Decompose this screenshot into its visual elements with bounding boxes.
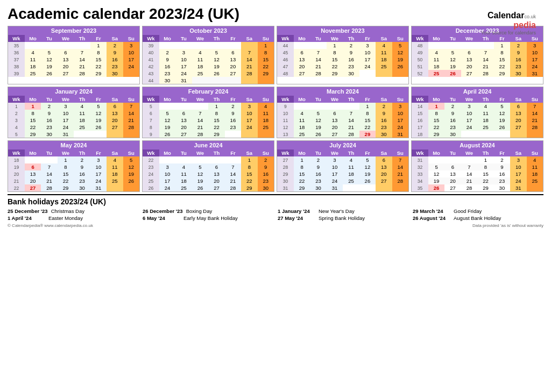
cell-fr: 9	[225, 110, 241, 117]
cell-tu: 12	[444, 56, 461, 63]
cell-fr: 29	[494, 70, 510, 77]
cell-su: 10	[123, 49, 139, 56]
table-row: 926272829	[143, 131, 274, 138]
table-row: 2212	[143, 156, 274, 163]
col-header-we: We	[327, 149, 343, 156]
col-header-tu: Tu	[175, 149, 192, 156]
cell-fr: 17	[359, 56, 376, 63]
cell-wk: 44	[143, 77, 159, 84]
cell-fr: 19	[359, 170, 376, 177]
cell-tu: 16	[444, 117, 461, 124]
cell-th: 14	[477, 56, 493, 63]
cell-fr: 5	[494, 103, 510, 110]
bh-name: Early May Bank Holiday	[183, 215, 238, 221]
cell-tu: 13	[444, 170, 461, 177]
cell-su: 7	[123, 103, 139, 110]
cell-sa	[510, 131, 526, 138]
cell-wk: 35	[8, 42, 25, 49]
cell-we	[192, 42, 209, 49]
col-header-wk: Wk	[412, 149, 428, 156]
cell-sa: 14	[241, 56, 257, 63]
cell-sa	[107, 131, 123, 138]
cell-mo: 1	[25, 103, 41, 110]
footer: © Calendarpedia® www.calendarpedia.co.uk…	[8, 223, 543, 228]
cell-tu: 13	[175, 117, 192, 124]
cell-su	[258, 77, 274, 84]
col-header-tu: Tu	[41, 149, 57, 156]
month-title: October 2023	[143, 26, 274, 35]
month-block-11: August 2024WkMoTuWeThFrSaSu3112343256789…	[411, 140, 543, 192]
cell-we: 15	[327, 56, 343, 63]
cell-fr: 22	[359, 124, 376, 131]
cell-th: 8	[208, 110, 224, 117]
table-row: 4720212223242526	[277, 63, 408, 70]
col-header-su: Su	[527, 96, 543, 103]
cell-th: 9	[74, 163, 90, 170]
cell-mo: 8	[294, 163, 310, 170]
cell-tu: 2	[41, 103, 57, 110]
cell-th	[477, 131, 493, 138]
cell-tu: 28	[41, 184, 57, 191]
cell-fr: 19	[494, 117, 510, 124]
cell-we: 13	[461, 56, 478, 63]
col-header-fr: Fr	[494, 149, 510, 156]
cell-su: 19	[392, 56, 408, 63]
col-header-mo: Mo	[428, 96, 444, 103]
table-row: 4945678910	[412, 49, 543, 56]
cell-wk: 11	[277, 117, 294, 124]
cell-fr: 12	[359, 163, 376, 170]
cell-sa: 18	[376, 56, 392, 63]
cell-wk: 9	[277, 103, 294, 110]
table-row: 315161718192021	[8, 117, 139, 124]
cell-fr: 29	[90, 70, 107, 77]
cell-mo: 15	[428, 117, 444, 124]
cell-th: 27	[208, 184, 224, 191]
cell-su: 12	[123, 163, 139, 170]
cell-mo: 12	[428, 170, 444, 177]
cell-tu: 5	[41, 49, 57, 56]
cell-we	[461, 131, 478, 138]
cell-sa: 11	[107, 163, 123, 170]
month-table: WkMoTuWeThFrSaSu221223345678924101112131…	[143, 149, 274, 191]
cell-we: 24	[58, 124, 74, 131]
cell-fr: 12	[90, 110, 107, 117]
month-table: WkMoTuWeThFrSaSu481234945678910501112131…	[412, 35, 543, 77]
col-header-tu: Tu	[444, 35, 461, 42]
cell-fr: 10	[90, 163, 107, 170]
cell-th: 13	[208, 170, 224, 177]
cell-su: 14	[123, 110, 139, 117]
cell-mo	[25, 156, 41, 163]
cell-we: 27	[327, 131, 343, 138]
cell-tu: 26	[41, 70, 57, 77]
cell-sa: 25	[376, 63, 392, 70]
cell-mo: 19	[428, 177, 444, 184]
col-header-tu: Tu	[310, 35, 326, 42]
cell-tu: 23	[444, 124, 461, 131]
table-row: 28891011121314	[277, 163, 408, 170]
cell-wk: 22	[143, 156, 159, 163]
cell-wk: 28	[277, 163, 294, 170]
cell-mo: 2	[159, 49, 175, 56]
cell-sa: 1	[241, 156, 257, 163]
cell-wk: 33	[412, 170, 428, 177]
cell-fr: 12	[494, 110, 510, 117]
logo-couk: co.uk	[524, 14, 536, 19]
cell-sa: 4	[107, 156, 123, 163]
cell-th: 4	[477, 103, 493, 110]
cell-tu: 27	[444, 184, 461, 191]
table-row: 2891011121314	[8, 110, 139, 117]
table-row: 419101112131415	[143, 56, 274, 63]
cell-sa: 13	[376, 163, 392, 170]
month-table: WkMoTuWeThFrSaSu271234567288910111213142…	[277, 149, 408, 191]
cell-wk: 17	[412, 124, 428, 131]
cell-we: 24	[327, 177, 343, 184]
cell-we: 17	[58, 117, 74, 124]
cell-sa	[376, 70, 392, 77]
cell-wk: 18	[8, 156, 25, 163]
cell-mo: 22	[294, 177, 310, 184]
table-row: 402345678	[143, 49, 274, 56]
cell-we: 26	[192, 184, 209, 191]
table-row: 1722232425262728	[412, 124, 543, 131]
cell-fr: 6	[225, 49, 241, 56]
bh-date: 1 April '24	[8, 215, 45, 221]
